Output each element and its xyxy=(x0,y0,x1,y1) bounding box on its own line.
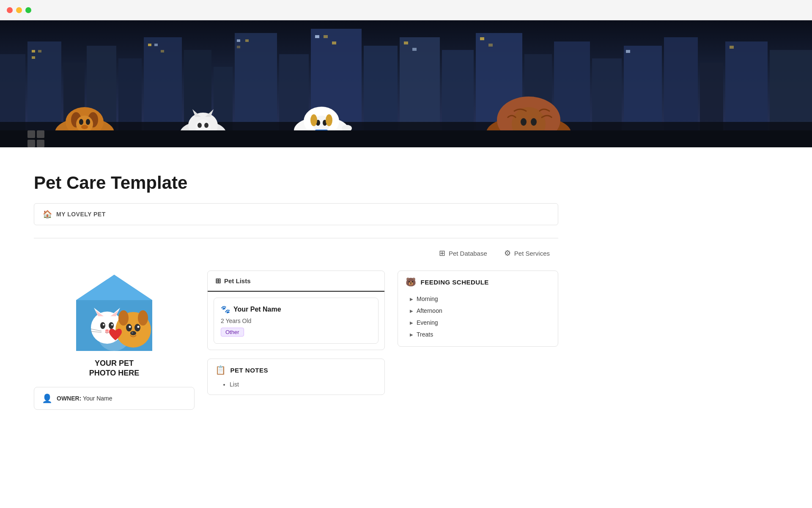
right-column: 🐻 FEEDING SCHEDULE ▶ Morning ▶ Afternoon… xyxy=(398,271,558,347)
afternoon-label: Afternoon xyxy=(417,307,442,314)
morning-arrow-icon: ▶ xyxy=(410,297,413,301)
svg-point-89 xyxy=(111,324,113,326)
notes-body: List xyxy=(208,381,384,395)
svg-rect-34 xyxy=(324,35,328,38)
svg-rect-30 xyxy=(237,39,240,42)
feeding-schedule-label: FEEDING SCHEDULE xyxy=(421,279,489,286)
svg-point-64 xyxy=(326,114,332,126)
svg-point-99 xyxy=(134,324,140,331)
pet-database-link[interactable]: ⊞ Pet Database xyxy=(439,248,487,258)
feeding-item-morning[interactable]: ▶ Morning xyxy=(410,293,550,305)
svg-point-57 xyxy=(204,123,208,128)
svg-rect-38 xyxy=(480,37,484,40)
pet-photo-label: YOUR PET PHOTO HERE xyxy=(89,359,140,378)
pet-lists-section: ⊞ Pet Lists 🐾 Your Pet Name 2 Years Old … xyxy=(207,271,385,350)
svg-point-90 xyxy=(105,329,109,332)
svg-point-98 xyxy=(126,324,132,331)
minimize-button[interactable] xyxy=(16,7,22,13)
evening-arrow-icon: ▶ xyxy=(410,320,413,325)
left-column: YOUR PET PHOTO HERE 👤 OWNER: Your Name xyxy=(34,271,195,410)
pet-notes-section: 📋 PET NOTES List xyxy=(207,359,385,395)
feeding-schedule: 🐻 FEEDING SCHEDULE ▶ Morning ▶ Afternoon… xyxy=(398,271,558,347)
house-icon: 🏠 xyxy=(43,210,52,219)
svg-point-50 xyxy=(81,125,88,129)
feeding-items-list: ▶ Morning ▶ Afternoon ▶ Evening ▶ Treats xyxy=(398,293,558,346)
main-content: Pet Care Template 🏠 MY LOVELY PET ⊞ Pet … xyxy=(0,147,592,427)
svg-point-47 xyxy=(76,116,93,133)
pet-services-link[interactable]: ⚙ Pet Services xyxy=(504,248,550,258)
svg-point-87 xyxy=(109,322,114,329)
svg-point-70 xyxy=(521,118,527,126)
close-button[interactable] xyxy=(7,7,13,13)
feeding-item-afternoon[interactable]: ▶ Afternoon xyxy=(410,305,550,317)
svg-rect-74 xyxy=(27,130,35,138)
svg-point-102 xyxy=(130,331,136,335)
svg-point-48 xyxy=(79,119,83,125)
maximize-button[interactable] xyxy=(25,7,31,13)
pet-lists-header: ⊞ Pet Lists xyxy=(208,271,384,292)
svg-point-101 xyxy=(137,326,140,328)
services-icon: ⚙ xyxy=(504,248,511,258)
pet-paw-icon: 🐾 xyxy=(221,305,230,314)
morning-label: Morning xyxy=(417,295,438,302)
pet-database-label: Pet Database xyxy=(449,250,487,257)
svg-rect-73 xyxy=(0,130,812,147)
notes-icon: 📋 xyxy=(215,365,226,375)
owner-card[interactable]: 👤 OWNER: Your Name xyxy=(34,387,195,410)
svg-point-96 xyxy=(118,310,129,326)
svg-rect-27 xyxy=(148,44,151,46)
hero-banner xyxy=(0,20,812,147)
owner-avatar-icon: 👤 xyxy=(42,393,52,403)
svg-rect-31 xyxy=(245,39,249,42)
feeding-schedule-header: 🐻 FEEDING SCHEDULE xyxy=(398,271,558,293)
svg-rect-33 xyxy=(315,35,319,38)
pet-services-label: Pet Services xyxy=(514,250,550,257)
hero-svg xyxy=(0,20,812,147)
svg-rect-29 xyxy=(161,50,164,52)
treats-arrow-icon: ▶ xyxy=(410,332,413,337)
notes-list-item: List xyxy=(230,381,377,388)
database-icon: ⊞ xyxy=(439,248,445,258)
owner-text: OWNER: Your Name xyxy=(57,395,112,402)
pet-nav-bar[interactable]: 🏠 MY LOVELY PET xyxy=(34,203,558,225)
svg-rect-28 xyxy=(154,44,158,46)
pet-illustration-svg xyxy=(68,271,161,355)
svg-rect-41 xyxy=(730,46,734,49)
svg-rect-76 xyxy=(27,140,35,147)
svg-point-103 xyxy=(132,332,133,334)
pet-notes-header: 📋 PET NOTES xyxy=(208,359,384,381)
svg-rect-36 xyxy=(404,41,408,44)
afternoon-arrow-icon: ▶ xyxy=(410,309,413,313)
svg-point-86 xyxy=(100,322,105,329)
svg-marker-79 xyxy=(76,275,152,300)
pet-card-header: 🐾 Your Pet Name xyxy=(221,305,371,314)
pet-lists-label: Pet Lists xyxy=(224,277,251,284)
pet-photo-container: YOUR PET PHOTO HERE xyxy=(68,271,161,378)
pet-name: Your Pet Name xyxy=(233,306,281,313)
svg-point-63 xyxy=(310,114,317,126)
svg-rect-39 xyxy=(488,44,493,47)
svg-point-71 xyxy=(531,118,537,126)
svg-point-49 xyxy=(86,119,90,125)
svg-rect-40 xyxy=(626,50,630,53)
treats-label: Treats xyxy=(417,331,433,338)
pet-nav-label: MY LOVELY PET xyxy=(56,211,106,218)
feeding-item-evening[interactable]: ▶ Evening xyxy=(410,317,550,329)
evening-label: Evening xyxy=(417,319,438,326)
pet-type-badge: Other xyxy=(221,328,244,337)
three-column-layout: YOUR PET PHOTO HERE 👤 OWNER: Your Name xyxy=(34,271,558,410)
section-divider xyxy=(34,238,558,238)
svg-point-88 xyxy=(103,324,104,326)
pet-card[interactable]: 🐾 Your Pet Name 2 Years Old Other xyxy=(214,298,379,344)
svg-rect-32 xyxy=(237,46,240,48)
svg-point-100 xyxy=(129,326,131,328)
feeding-item-treats[interactable]: ▶ Treats xyxy=(410,329,550,340)
svg-point-56 xyxy=(198,123,202,128)
notes-label: PET NOTES xyxy=(230,367,269,374)
hero-background xyxy=(0,20,812,147)
svg-point-97 xyxy=(138,310,148,326)
feeding-icon: 🐻 xyxy=(406,277,417,287)
svg-rect-26 xyxy=(32,56,35,59)
svg-rect-35 xyxy=(332,41,336,44)
svg-rect-77 xyxy=(37,140,44,147)
